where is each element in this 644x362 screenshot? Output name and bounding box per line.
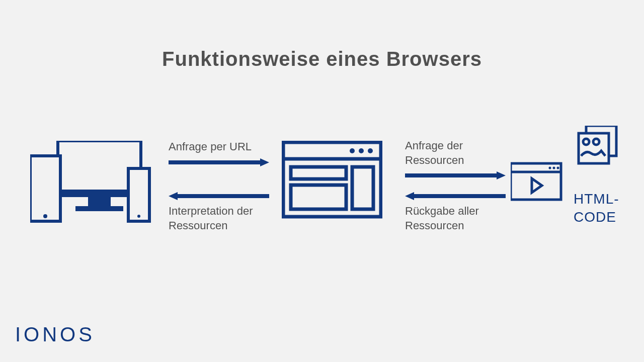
svg-marker-26 [260,158,269,166]
svg-rect-3 [75,206,123,211]
arrow-right-icon [405,170,506,180]
brand-logo: IONOS [15,323,95,346]
diagram-area: Anfrage per URL Interpretation der Resso… [30,131,619,241]
svg-rect-2 [88,197,111,206]
devices-icon [30,141,151,228]
arrow-label: Interpretation der Ressourcen [169,204,269,233]
svg-marker-30 [497,171,506,179]
arrow-label: Anfrage per URL [169,140,269,154]
svg-rect-14 [352,167,373,209]
browser-window-icon [282,141,382,221]
svg-point-5 [43,214,47,218]
svg-rect-6 [128,168,149,221]
resources-label-line1: HTML- [574,191,619,207]
svg-marker-28 [169,192,178,200]
svg-point-7 [137,215,140,218]
svg-rect-13 [291,167,346,179]
arrow-left-icon [405,191,506,201]
svg-rect-4 [30,156,60,221]
svg-point-23 [553,167,555,169]
svg-point-24 [557,167,559,169]
svg-point-10 [350,148,355,153]
resources-label: HTML- CODE [574,190,619,227]
svg-point-12 [368,148,373,153]
arrow-request-url: Anfrage per URL [169,140,269,167]
svg-point-11 [359,148,364,153]
arrow-label: Rückgabe aller Ressourcen [405,204,506,233]
svg-rect-15 [291,185,346,209]
svg-rect-17 [579,133,609,163]
arrow-left-icon [169,191,269,201]
arrow-label: Anfrage der Ressourcen [405,139,506,167]
arrow-return-resources: Rückgabe aller Ressourcen [405,191,506,233]
svg-marker-32 [405,192,414,200]
resources-label-line2: CODE [574,209,616,225]
arrow-right-icon [169,157,269,167]
diagram-title: Funktionsweise eines Browsers [0,48,644,70]
arrow-request-resources: Anfrage der Ressourcen [405,139,506,180]
svg-point-22 [549,167,551,169]
arrow-interpret-resources: Interpretation der Ressourcen [169,191,269,233]
